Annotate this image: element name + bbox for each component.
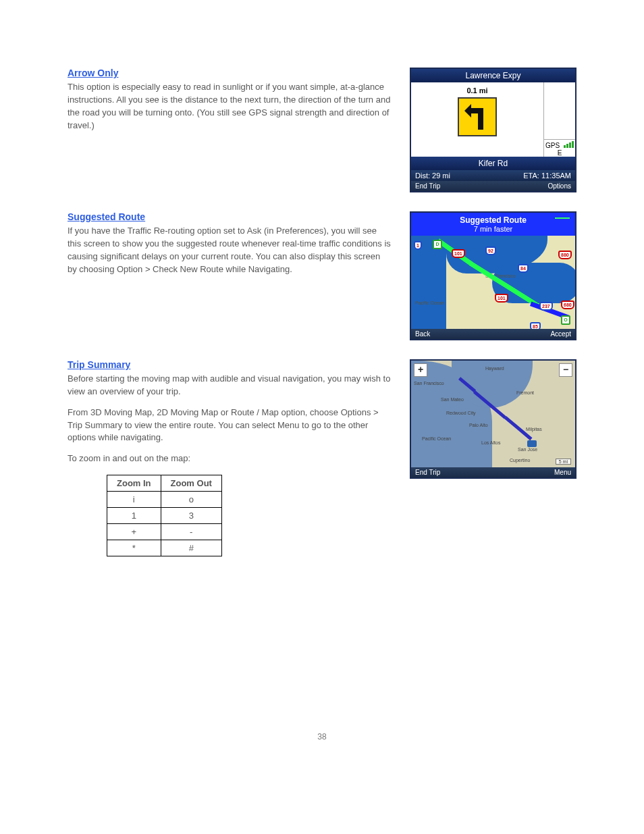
hwy-shield: 1 bbox=[414, 241, 422, 250]
city-label: Milpitas bbox=[526, 427, 542, 432]
device3-map[interactable]: + − 5 mi San Francisco Hayward Fremont S… bbox=[411, 361, 575, 467]
table-cell: - bbox=[161, 524, 221, 540]
page-number: 38 bbox=[68, 732, 576, 741]
device-suggested-route: Suggested Route 7 min faster Pacific Oce… bbox=[410, 211, 576, 340]
city-label: Cupertino bbox=[510, 458, 530, 463]
table-cell: + bbox=[107, 524, 161, 540]
route-color-legend-icon bbox=[555, 217, 570, 219]
device2-softkey-right[interactable]: Accept bbox=[550, 330, 571, 338]
destination-pin: D bbox=[433, 240, 442, 249]
th-zoom-in: Zoom In bbox=[107, 475, 161, 492]
origin-pin: O bbox=[561, 315, 570, 325]
trip-paragraph-2: From 3D Moving Map, 2D Moving Map or Rou… bbox=[68, 407, 391, 445]
device1-distance: 0.1 mi bbox=[411, 86, 543, 95]
device2-map: Pacific Ocean San Francisco D O 1 101 92… bbox=[411, 236, 575, 329]
turn-left-icon bbox=[458, 97, 497, 136]
hwy-shield: 880 bbox=[558, 251, 572, 259]
device2-softkey-left[interactable]: Back bbox=[415, 330, 430, 338]
th-zoom-out: Zoom Out bbox=[161, 475, 221, 492]
device1-softkey-right[interactable]: Options bbox=[548, 182, 571, 190]
device3-softkey-left[interactable]: End Trip bbox=[415, 469, 440, 476]
table-cell: i bbox=[107, 492, 161, 508]
device1-title: Lawrence Expy bbox=[411, 69, 575, 82]
suggested-paragraph: If you have the Traffic Re-routing optio… bbox=[68, 225, 391, 276]
hwy-shield: 85 bbox=[530, 322, 541, 329]
heading-arrow-only: Arrow Only bbox=[68, 68, 391, 78]
heading-suggested-route: Suggested Route bbox=[68, 211, 391, 222]
device2-title-line2: 7 min faster bbox=[414, 225, 572, 233]
city-label: San Francisco bbox=[414, 381, 444, 386]
hwy-shield: 101 bbox=[495, 294, 508, 303]
city-label: San Jose bbox=[518, 447, 537, 452]
arrow-paragraph: This option is especially easy to read i… bbox=[68, 81, 391, 132]
hwy-shield: 101 bbox=[452, 249, 465, 258]
device3-softkey-right[interactable]: Menu bbox=[554, 469, 571, 476]
table-cell: 3 bbox=[161, 508, 221, 524]
device1-eta: ETA: 11:35AM bbox=[523, 172, 571, 180]
map-label-pacific: Pacific Ocean bbox=[415, 301, 444, 305]
trip-paragraph-1: Before starting the moving map with audi… bbox=[68, 373, 391, 398]
heading-trip-summary: Trip Summary bbox=[68, 359, 391, 370]
gps-label: GPS bbox=[545, 142, 560, 149]
device1-softkey-left[interactable]: End Trip bbox=[415, 182, 440, 190]
zoom-out-button[interactable]: − bbox=[559, 363, 572, 377]
scale-indicator: 5 mi bbox=[556, 459, 571, 465]
device-trip-summary: + − 5 mi San Francisco Hayward Fremont S… bbox=[410, 359, 576, 479]
device1-trip-distance: Dist: 29 mi bbox=[415, 172, 450, 180]
gps-signal-icon bbox=[563, 141, 574, 148]
table-cell: * bbox=[107, 540, 161, 556]
device-arrow-only: Lawrence Expy 0.1 mi GPS E bbox=[410, 68, 576, 192]
device1-road: Kifer Rd bbox=[411, 157, 575, 170]
city-label: San Mateo bbox=[441, 397, 464, 402]
table-cell: o bbox=[161, 492, 221, 508]
table-cell: 1 bbox=[107, 508, 161, 524]
city-label: Redwood City bbox=[446, 411, 476, 415]
vehicle-icon bbox=[527, 440, 537, 447]
zoom-in-button[interactable]: + bbox=[414, 363, 427, 377]
hwy-shield: 237 bbox=[539, 302, 553, 311]
city-label: Palo Alto bbox=[469, 423, 488, 427]
table-cell: # bbox=[161, 540, 221, 556]
city-label: Hayward bbox=[485, 366, 504, 371]
hwy-shield: 84 bbox=[518, 264, 529, 273]
device2-title-line1: Suggested Route bbox=[414, 215, 572, 225]
hwy-shield: 92 bbox=[485, 246, 496, 255]
trip-paragraph-3: To zoom in and out on the map: bbox=[68, 452, 391, 465]
city-label: Los Altos bbox=[481, 440, 500, 445]
heading-indicator: E bbox=[558, 149, 562, 157]
city-label: Fremont bbox=[516, 390, 534, 395]
city-label: Pacific Ocean bbox=[422, 436, 451, 441]
zoom-shortcut-table: Zoom InZoom Out io 13 +- *# bbox=[107, 475, 222, 556]
hwy-shield: 680 bbox=[561, 301, 574, 309]
